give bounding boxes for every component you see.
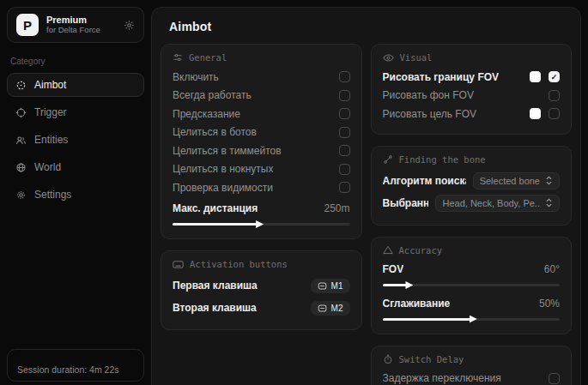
- sidebar-item-label: Trigger: [34, 106, 67, 118]
- crosshair-icon: [15, 80, 27, 91]
- fov-background-checkbox[interactable]: [549, 90, 560, 101]
- sidebar-item-aimbot[interactable]: Aimbot: [7, 73, 144, 97]
- sidebar-item-trigger[interactable]: Trigger: [7, 100, 144, 124]
- max-distance-slider[interactable]: [173, 220, 350, 228]
- bone-algorithm-select[interactable]: Selected bone: [473, 172, 560, 189]
- smoothing-value: 50%: [539, 298, 560, 310]
- eye-icon: [383, 53, 394, 63]
- enable-checkbox[interactable]: [339, 71, 350, 82]
- toggle-label: Всегда работать: [173, 89, 252, 101]
- bone-select-row: Выбранные кости Head, Neck, Body, Pe..: [383, 192, 561, 214]
- fov-target-checkbox[interactable]: [549, 108, 560, 119]
- sidebar: P Premium for Delta Force Category Aimbo…: [0, 0, 151, 385]
- general-panel-header: General: [173, 52, 350, 63]
- fov-border-checkbox[interactable]: ✓: [549, 71, 560, 82]
- toggle-row: Проверка видимости: [173, 178, 350, 197]
- panel-title: Visual: [400, 52, 433, 63]
- smoothing-label: Сглаживание: [383, 298, 451, 310]
- selected-bones-select[interactable]: Head, Neck, Body, Pe..: [435, 195, 560, 212]
- sidebar-item-entities[interactable]: Entities: [7, 128, 144, 152]
- bone-icon: [383, 154, 393, 165]
- toggle-row: Целиться в ботов: [173, 123, 350, 142]
- panel-title: Switch Delay: [399, 354, 464, 364]
- keybind-row: Первая клавиша M1: [173, 274, 350, 297]
- mouse-icon: [318, 304, 327, 312]
- sidebar-item-label: Aimbot: [34, 79, 66, 91]
- toggle-label: Проверка видимости: [173, 182, 273, 194]
- product-logo: P: [16, 14, 39, 36]
- main-panel: Aimbot General Включить Всег: [151, 7, 581, 385]
- fov-slider[interactable]: [383, 281, 561, 289]
- bone-algorithm-label: Алгоритм поиска костей: [383, 175, 466, 187]
- finding-bone-panel: Finding the bone Алгоритм поиска костей …: [371, 146, 573, 226]
- slider-thumb[interactable]: [470, 316, 477, 323]
- selected-value: Selected bone: [480, 176, 540, 186]
- sidebar-item-label: Settings: [34, 189, 71, 201]
- entities-icon: [15, 135, 27, 146]
- target-teammates-checkbox[interactable]: [339, 145, 350, 156]
- visual-panel-header: Visual: [383, 52, 561, 63]
- fov-value: 60°: [544, 263, 560, 275]
- sidebar-item-world[interactable]: World: [7, 155, 144, 179]
- product-text: Premium for Delta Force: [46, 15, 116, 35]
- toggle-label: Целиться в ботов: [173, 126, 257, 138]
- target-knocked-checkbox[interactable]: [339, 164, 350, 175]
- toggle-row: Предсказание: [173, 105, 350, 123]
- slider-thumb[interactable]: [405, 281, 413, 289]
- activation-panel-header: Activation buttons: [173, 259, 350, 269]
- panel-title: General: [189, 52, 227, 63]
- category-label: Category: [10, 57, 144, 66]
- fov-target-color-swatch[interactable]: [530, 108, 541, 119]
- toggle-row: Целиться в нокнутых: [173, 160, 350, 179]
- left-column: General Включить Всегда работать Предска…: [161, 44, 362, 330]
- fov-slider-row: FOV 60°: [383, 261, 561, 280]
- panel-title: Activation buttons: [190, 259, 288, 269]
- toggle-label: Предсказание: [173, 108, 240, 120]
- panel-columns: General Включить Всегда работать Предска…: [161, 44, 572, 385]
- product-card: P Premium for Delta Force: [7, 7, 144, 43]
- toggle-row: Целиться в тиммейтов: [173, 141, 350, 160]
- bone-search-row: Алгоритм поиска костей Selected bone: [383, 170, 561, 192]
- second-key-button[interactable]: M2: [311, 301, 350, 316]
- prediction-checkbox[interactable]: [339, 108, 350, 119]
- sidebar-item-settings[interactable]: Settings: [7, 183, 144, 207]
- activation-panel: Activation buttons Первая клавиша M1: [161, 250, 362, 330]
- visual-row: Рисовать границу FOV ✓: [383, 68, 561, 87]
- first-key-label: Первая клавиша: [173, 280, 258, 292]
- panel-title: Accuracy: [399, 245, 443, 256]
- switch-delay-toggle-row: Задержка переключения: [383, 370, 561, 385]
- second-key-label: Вторая клавиша: [173, 302, 257, 314]
- always-work-checkbox[interactable]: [339, 90, 350, 101]
- keybind-value: M2: [331, 304, 343, 313]
- keybind-row: Вторая клавиша M2: [173, 297, 350, 319]
- accuracy-panel-header: Accuracy: [383, 245, 561, 256]
- fov-label: FOV: [383, 263, 404, 275]
- triangle-icon: [383, 245, 393, 255]
- fov-border-color-swatch[interactable]: [530, 71, 541, 82]
- sidebar-item-label: Entities: [34, 134, 68, 146]
- visibility-check-checkbox[interactable]: [339, 182, 350, 193]
- gear-icon[interactable]: [124, 20, 135, 31]
- first-key-button[interactable]: M1: [311, 279, 350, 293]
- product-subtitle: for Delta Force: [46, 26, 116, 35]
- toggle-row: Включить: [173, 68, 350, 87]
- slider-thumb[interactable]: [256, 220, 264, 228]
- switch-delay-panel-header: Switch Delay: [383, 354, 561, 364]
- switch-delay-panel: Switch Delay Задержка переключения Задер…: [371, 346, 573, 385]
- chevrons-updown-icon: [545, 176, 553, 185]
- max-distance-value: 250m: [324, 202, 349, 214]
- target-bots-checkbox[interactable]: [339, 127, 350, 138]
- visual-row: Рисовать фон FOV: [383, 87, 561, 105]
- visual-panel: Visual Рисовать границу FOV ✓ Рисовать ф…: [371, 44, 573, 135]
- switch-delay-checkbox[interactable]: [549, 373, 560, 384]
- session-duration: Session duration: 4m 22s: [17, 364, 118, 375]
- toggle-label: Целиться в тиммейтов: [173, 145, 282, 157]
- toggle-row: Всегда работать: [173, 87, 350, 105]
- accuracy-panel: Accuracy FOV 60° Сглаживание 50%: [371, 237, 573, 334]
- sliders-icon: [173, 52, 183, 63]
- finding-bone-panel-header: Finding the bone: [383, 154, 561, 165]
- sidebar-item-label: World: [34, 161, 61, 173]
- smoothing-slider[interactable]: [383, 316, 561, 323]
- product-name: Premium: [46, 15, 116, 26]
- keyboard-icon: [173, 260, 184, 269]
